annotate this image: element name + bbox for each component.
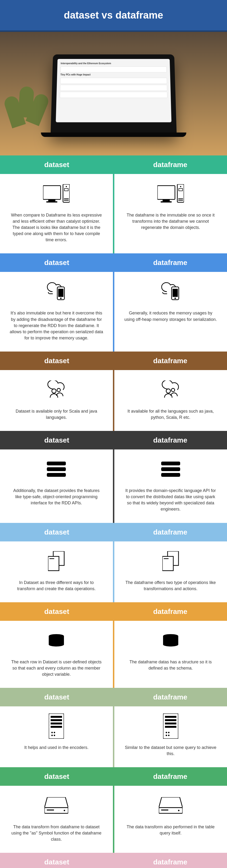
section-header: datasetdataframe (0, 853, 227, 868)
left-header: dataset (0, 523, 114, 541)
section-header: datasetdataframe (0, 351, 227, 370)
section-body: Additionally, the dataset provides the f… (0, 450, 227, 523)
right-cell: The dataframe datas has a structure so i… (114, 621, 227, 688)
right-header: dataframe (114, 253, 227, 272)
left-cell: When compare to Dataframe its less expre… (0, 174, 113, 253)
section-body: The data transform from dataframe to dat… (0, 786, 227, 853)
left-description: The data transform from dataframe to dat… (9, 824, 103, 842)
section-body: It helps and used in the encoders.Simila… (0, 706, 227, 767)
left-description: It helps and used in the encoders. (9, 744, 103, 751)
section-body: In Dataset as three different ways for t… (0, 541, 227, 602)
right-cell: It provides the domain-specific language… (114, 450, 227, 523)
docs-icon (162, 551, 179, 571)
plant-decoration (7, 70, 50, 155)
section-header: datasetdataframe (0, 688, 227, 706)
right-description: It provides the domain-specific language… (124, 488, 218, 512)
left-description: Additionally, the dataset provides the f… (9, 488, 103, 506)
right-cell: Similar to the dataset but some query to… (114, 706, 227, 767)
right-description: Generally, it reduces the memory usages … (124, 310, 218, 322)
section-body: The each row in Dataset is user-defined … (0, 621, 227, 688)
laptop-illustration: Interoperability and the Ethereum Ecosys… (51, 55, 176, 134)
db-small-icon (48, 634, 64, 647)
comparison-sections: datasetdataframeWhen compare to Datafram… (0, 155, 227, 868)
page-title: dataset vs dataframe (0, 0, 227, 32)
cloud-phone-icon (161, 282, 180, 301)
left-header: dataset (0, 253, 114, 272)
left-header: dataset (0, 688, 114, 706)
right-cell: It available for all the languages such … (114, 370, 227, 431)
drive-icon (159, 797, 183, 814)
right-cell: Generally, it reduces the memory usages … (114, 272, 227, 351)
left-header: dataset (0, 853, 114, 868)
bars-icon (47, 462, 66, 477)
section-body: It's also immutable one but here it over… (0, 272, 227, 351)
bars-icon (161, 462, 180, 477)
left-header: dataset (0, 767, 114, 786)
left-header: dataset (0, 431, 114, 450)
right-cell: The dataframe is the immutable one so on… (114, 174, 227, 253)
right-header: dataframe (114, 853, 227, 868)
left-header: dataset (0, 155, 114, 174)
left-description: In Dataset as three different ways for t… (9, 580, 103, 592)
left-cell: It's also immutable one but here it over… (0, 272, 113, 351)
right-description: Similar to the dataset but some query to… (124, 744, 218, 757)
section-header: datasetdataframe (0, 767, 227, 786)
section-header: datasetdataframe (0, 253, 227, 272)
left-cell: The each row in Dataset is user-defined … (0, 621, 113, 688)
left-cell: It helps and used in the encoders. (0, 706, 113, 767)
right-cell: The dataframe offers two type of operati… (114, 541, 227, 602)
section-header: datasetdataframe (0, 602, 227, 621)
right-header: dataframe (114, 602, 227, 621)
computer-icon (157, 184, 184, 203)
right-description: The data transform also performed in the… (124, 824, 218, 836)
left-cell: Additionally, the dataset provides the f… (0, 450, 113, 523)
hero-image: Interoperability and the Ethereum Ecosys… (0, 32, 227, 155)
left-description: The each row in Dataset is user-defined … (9, 659, 103, 677)
hero-text-2: Tiny PCs with Huge Impact (60, 73, 167, 76)
left-header: dataset (0, 351, 114, 370)
right-header: dataframe (114, 431, 227, 450)
right-cell: The data transform also performed in the… (114, 786, 227, 853)
left-cell: The data transform from dataframe to dat… (0, 786, 113, 853)
left-header: dataset (0, 602, 114, 621)
section-body: When compare to Dataframe its less expre… (0, 174, 227, 253)
server-icon (163, 714, 178, 739)
left-cell: Dataset is available only for Scala and … (0, 370, 113, 431)
cloud-people-icon (47, 380, 66, 399)
right-description: It available for all the languages such … (124, 408, 218, 421)
db-small-icon (163, 634, 179, 647)
left-cell: In Dataset as three different ways for t… (0, 541, 113, 602)
cloud-phone-icon (47, 282, 66, 301)
docs-icon (48, 551, 65, 571)
right-description: The dataframe offers two type of operati… (124, 580, 218, 592)
left-description: When compare to Dataframe its less expre… (9, 212, 103, 243)
right-description: The dataframe is the immutable one so on… (124, 212, 218, 230)
section-header: datasetdataframe (0, 431, 227, 450)
right-header: dataframe (114, 155, 227, 174)
left-description: Dataset is available only for Scala and … (9, 408, 103, 421)
drive-icon (44, 797, 68, 814)
right-header: dataframe (114, 767, 227, 786)
server-icon (49, 714, 64, 739)
right-header: dataframe (114, 523, 227, 541)
section-body: Dataset is available only for Scala and … (0, 370, 227, 431)
section-header: datasetdataframe (0, 523, 227, 541)
right-description: The dataframe datas has a structure so i… (124, 659, 218, 671)
cloud-people-icon (161, 380, 180, 399)
left-description: It's also immutable one but here it over… (9, 310, 103, 341)
right-header: dataframe (114, 351, 227, 370)
hero-text-1: Interoperability and the Ethereum Ecosys… (61, 62, 167, 65)
computer-icon (43, 184, 70, 203)
right-header: dataframe (114, 688, 227, 706)
infographic-container: dataset vs dataframe Interoperability an… (0, 0, 227, 868)
section-header: datasetdataframe (0, 155, 227, 174)
